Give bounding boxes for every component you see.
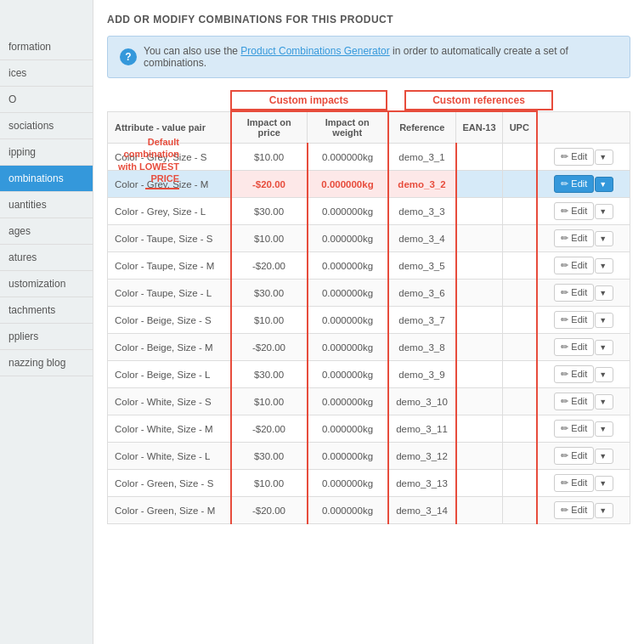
edit-button[interactable]: ✏ Edit bbox=[554, 365, 594, 383]
cell-upc bbox=[503, 198, 537, 225]
edit-dropdown-button[interactable]: ▼ bbox=[595, 150, 613, 165]
table-row: Color - White, Size - M-$20.000.000000kg… bbox=[108, 415, 630, 443]
cell-ean13 bbox=[456, 171, 503, 198]
cell-upc bbox=[503, 388, 537, 415]
cell-attribute: Color - Beige, Size - M bbox=[108, 334, 231, 361]
cell-impact-price: $30.00 bbox=[231, 443, 308, 470]
cell-impact-weight: 0.000000kg bbox=[308, 198, 388, 225]
edit-button[interactable]: ✏ Edit bbox=[554, 311, 594, 329]
th-impact-price: Impact on price bbox=[231, 111, 308, 144]
edit-dropdown-button[interactable]: ▼ bbox=[595, 204, 613, 219]
edit-button[interactable]: ✏ Edit bbox=[554, 148, 594, 166]
sidebar-item-ipping[interactable]: ipping bbox=[0, 139, 93, 166]
sidebar-item-sociations[interactable]: sociations bbox=[0, 113, 93, 139]
cell-impact-weight: 0.000000kg bbox=[308, 280, 388, 307]
sidebar-item-formation[interactable]: formation bbox=[0, 34, 93, 60]
edit-dropdown-button[interactable]: ▼ bbox=[595, 177, 613, 192]
edit-button[interactable]: ✏ Edit bbox=[554, 284, 594, 302]
edit-button[interactable]: ✏ Edit bbox=[554, 338, 594, 356]
main-content: ADD OR MODIFY COMBINATIONS FOR THIS PROD… bbox=[93, 0, 644, 644]
edit-dropdown-button[interactable]: ▼ bbox=[595, 367, 613, 382]
edit-dropdown-button[interactable]: ▼ bbox=[595, 476, 613, 491]
cell-attribute: Color - Taupe, Size - L bbox=[108, 280, 231, 307]
sidebar-item-attachments[interactable]: tachments bbox=[0, 297, 93, 324]
edit-button[interactable]: ✏ Edit bbox=[554, 420, 594, 438]
cell-reference: demo_3_13 bbox=[388, 470, 456, 497]
cell-impact-weight: 0.000000kg bbox=[308, 307, 388, 334]
th-upc: UPC bbox=[503, 111, 537, 144]
cell-ean13 bbox=[456, 252, 503, 280]
sidebar-item-suppliers[interactable]: ppliers bbox=[0, 324, 93, 350]
cell-impact-weight: 0.000000kg bbox=[308, 497, 388, 524]
cell-impact-price: $10.00 bbox=[231, 144, 308, 171]
edit-button[interactable]: ✏ Edit bbox=[554, 257, 594, 274]
default-label-line2: with LOWEST PRICE bbox=[118, 161, 179, 184]
edit-button[interactable]: ✏ Edit bbox=[554, 229, 594, 247]
cell-ean13 bbox=[456, 415, 503, 443]
edit-button[interactable]: ✏ Edit bbox=[554, 393, 594, 410]
cell-ean13 bbox=[456, 198, 503, 225]
cell-actions: ✏ Edit▼ bbox=[537, 334, 630, 361]
edit-dropdown-button[interactable]: ▼ bbox=[595, 394, 613, 410]
edit-dropdown-button[interactable]: ▼ bbox=[595, 231, 613, 246]
edit-button[interactable]: ✏ Edit bbox=[554, 175, 594, 193]
sidebar-item-customization[interactable]: ustomization bbox=[0, 271, 93, 297]
cell-attribute: Color - Green, Size - M bbox=[108, 497, 231, 524]
cell-attribute: Color - Beige, Size - L bbox=[108, 361, 231, 388]
edit-button[interactable]: ✏ Edit bbox=[554, 501, 594, 519]
edit-button[interactable]: ✏ Edit bbox=[554, 474, 594, 492]
edit-dropdown-button[interactable]: ▼ bbox=[595, 449, 613, 464]
cell-ean13 bbox=[456, 225, 503, 252]
cell-reference: demo_3_2 bbox=[388, 171, 456, 198]
cell-reference: demo_3_9 bbox=[388, 361, 456, 388]
cell-reference: demo_3_11 bbox=[388, 415, 456, 443]
edit-button[interactable]: ✏ Edit bbox=[554, 447, 594, 465]
edit-dropdown-button[interactable]: ▼ bbox=[595, 313, 613, 328]
sidebar-item-blog[interactable]: nazzing blog bbox=[0, 350, 93, 376]
cell-reference: demo_3_14 bbox=[388, 497, 456, 524]
info-box: ? You can also use the Product Combinati… bbox=[107, 36, 630, 78]
sidebar-item-o[interactable]: O bbox=[0, 87, 93, 113]
table-row: Color - Green, Size - S$10.000.000000kgd… bbox=[108, 470, 630, 497]
cell-upc bbox=[503, 225, 537, 252]
edit-dropdown-button[interactable]: ▼ bbox=[595, 285, 613, 301]
cell-ean13 bbox=[456, 470, 503, 497]
table-header-row: Attribute - value pair Impact on price I… bbox=[108, 111, 630, 144]
custom-impacts-label: Custom impacts bbox=[230, 90, 387, 110]
cell-upc bbox=[503, 361, 537, 388]
cell-attribute: Color - White, Size - M bbox=[108, 415, 231, 443]
cell-upc bbox=[503, 171, 537, 198]
cell-actions: ✏ Edit▼ bbox=[537, 225, 630, 252]
cell-impact-price: $30.00 bbox=[231, 361, 308, 388]
edit-dropdown-button[interactable]: ▼ bbox=[595, 258, 613, 274]
sidebar-item-combinations[interactable]: ombinations bbox=[0, 166, 93, 192]
edit-dropdown-button[interactable]: ▼ bbox=[595, 340, 613, 355]
sidebar-item-ices[interactable]: ices bbox=[0, 60, 93, 87]
sidebar: formation ices O sociations ipping ombin… bbox=[0, 0, 93, 644]
cell-actions: ✏ Edit▼ bbox=[537, 280, 630, 307]
table-row: Color - Taupe, Size - S$10.000.000000kgd… bbox=[108, 225, 630, 252]
edit-dropdown-button[interactable]: ▼ bbox=[595, 503, 613, 518]
cell-impact-price: -$20.00 bbox=[231, 334, 308, 361]
sidebar-item-quantities[interactable]: uantities bbox=[0, 192, 93, 218]
cell-upc bbox=[503, 470, 537, 497]
cell-ean13 bbox=[456, 443, 503, 470]
edit-dropdown-button[interactable]: ▼ bbox=[595, 421, 613, 437]
cell-impact-weight: 0.000000kg bbox=[308, 443, 388, 470]
cell-impact-weight: 0.000000kg bbox=[308, 361, 388, 388]
cell-upc bbox=[503, 280, 537, 307]
sidebar-item-atures[interactable]: atures bbox=[0, 245, 93, 271]
cell-reference: demo_3_4 bbox=[388, 225, 456, 252]
generator-link[interactable]: Product Combinations Generator bbox=[240, 45, 389, 57]
cell-impact-price: -$20.00 bbox=[231, 171, 308, 198]
cell-upc bbox=[503, 497, 537, 524]
edit-button[interactable]: ✏ Edit bbox=[554, 202, 594, 220]
page-title: ADD OR MODIFY COMBINATIONS FOR THIS PROD… bbox=[107, 14, 630, 25]
table-row: Color - White, Size - L$30.000.000000kgd… bbox=[108, 443, 630, 470]
cell-reference: demo_3_5 bbox=[388, 252, 456, 280]
cell-ean13 bbox=[456, 497, 503, 524]
cell-actions: ✏ Edit▼ bbox=[537, 443, 630, 470]
cell-ean13 bbox=[456, 388, 503, 415]
sidebar-item-ages[interactable]: ages bbox=[0, 218, 93, 245]
cell-impact-weight: 0.000000kg bbox=[308, 144, 388, 171]
